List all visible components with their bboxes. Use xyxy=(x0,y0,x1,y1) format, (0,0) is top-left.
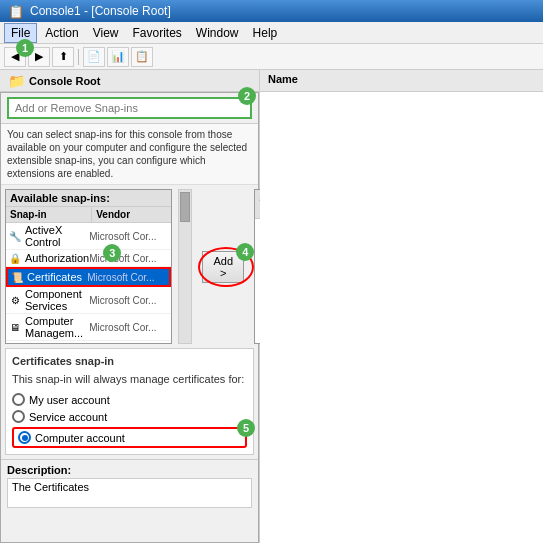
snapin-icon: 🔒 xyxy=(8,251,22,265)
badge-4: 4 xyxy=(236,243,254,261)
radio-label-user: My user account xyxy=(29,394,110,406)
snapin-vendor: Microsoft Cor... xyxy=(89,231,169,242)
list-item[interactable]: 🔌 Device Manager Microsoft Cor... xyxy=(6,341,171,343)
list-item[interactable]: 🔧 ActiveX Control Microsoft Cor... xyxy=(6,223,171,250)
app-icon: 📋 xyxy=(8,4,24,19)
view-button[interactable]: 📊 xyxy=(107,47,129,67)
badge-1: 1 xyxy=(16,39,34,57)
left-panel: 📁 Console Root 2 You can select snap-ins… xyxy=(0,70,260,543)
snapin-name: ActiveX Control xyxy=(25,224,89,248)
desc-text: The Certificates xyxy=(12,481,89,493)
menu-help[interactable]: Help xyxy=(247,24,284,42)
snapin-name: Certificates xyxy=(27,271,87,283)
toolbar-sep-1 xyxy=(78,49,79,65)
available-section: Available snap-ins: Snap-in Vendor 🔧 Act… xyxy=(5,189,172,344)
desc-section: Description: The Certificates xyxy=(1,459,258,512)
up-button[interactable]: ⬆ xyxy=(52,47,74,67)
list-item[interactable]: 🖥 Computer Managem... Microsoft Cor... xyxy=(6,314,171,341)
radio-user[interactable]: My user account xyxy=(12,393,247,406)
available-label: Available snap-ins: xyxy=(6,190,171,207)
snapin-description: You can select snap-ins for this console… xyxy=(7,129,247,179)
menu-bar: File Action View Favorites Window Help xyxy=(0,22,543,44)
radio-circle-user xyxy=(12,393,25,406)
badge-2: 2 xyxy=(238,87,256,105)
console-root-label: Console Root xyxy=(29,75,101,87)
col-vendor-header: Vendor xyxy=(91,207,171,222)
menu-action[interactable]: Action xyxy=(39,24,84,42)
add-button-label: Add > xyxy=(213,255,233,279)
radio-label-service: Service account xyxy=(29,411,107,423)
snapin-name: Authorization xyxy=(25,252,89,264)
toolbar: ◀ 1 ▶ ⬆ 📄 📊 📋 xyxy=(0,44,543,70)
folder-icon: 📁 xyxy=(8,73,25,89)
snapin-icon: 📜 xyxy=(10,270,24,284)
list-item[interactable]: 🔒 Authorization Microsoft Cor... 3 xyxy=(6,250,171,267)
radio-group: My user account Service account Computer… xyxy=(12,393,247,448)
export-button[interactable]: 📄 xyxy=(83,47,105,67)
snapin-vendor: Microsoft Cor... xyxy=(89,253,169,264)
main-area: 📁 Console Root 2 You can select snap-ins… xyxy=(0,70,543,543)
snapin-search-input[interactable] xyxy=(7,97,252,119)
right-panel: Name xyxy=(260,70,543,543)
menu-window[interactable]: Window xyxy=(190,24,245,42)
list-item[interactable]: 📜 Certificates Microsoft Cor... xyxy=(6,267,171,287)
desc-box: The Certificates xyxy=(7,478,252,508)
radio-circle-service xyxy=(12,410,25,423)
cert-description: This snap-in will always manage certific… xyxy=(12,373,247,385)
snapin-vendor: Microsoft Cor... xyxy=(87,272,167,283)
desc-label: Description: xyxy=(7,464,252,476)
snapin-name: Device Manager xyxy=(25,342,89,343)
left-panel-header: 📁 Console Root xyxy=(0,70,259,92)
list-scrollbar[interactable] xyxy=(178,189,192,344)
cert-snapin-section: Certificates snap-in This snap-in will a… xyxy=(5,348,254,455)
list-item[interactable]: ⚙ Component Services Microsoft Cor... xyxy=(6,287,171,314)
snapin-vendor: Microsoft Cor... xyxy=(89,295,169,306)
app-title: Console1 - [Console Root] xyxy=(30,4,171,18)
radio-label-computer: Computer account xyxy=(35,432,125,444)
snapin-icon: 🔧 xyxy=(8,229,22,243)
snapin-dialog: 2 You can select snap-ins for this conso… xyxy=(0,92,259,543)
snapin-icon: 🖥 xyxy=(8,320,22,334)
snapin-icon: ⚙ xyxy=(8,293,22,307)
cert-title: Certificates snap-in xyxy=(12,355,247,367)
snapin-name: Computer Managem... xyxy=(25,315,89,339)
right-panel-header: Name xyxy=(260,70,543,92)
properties-button[interactable]: 📋 xyxy=(131,47,153,67)
radio-service[interactable]: Service account xyxy=(12,410,247,423)
snapin-list: 🔧 ActiveX Control Microsoft Cor... 🔒 Aut… xyxy=(6,223,171,343)
radio-circle-computer xyxy=(18,431,31,444)
snapin-name: Component Services xyxy=(25,288,89,312)
title-bar: 📋 Console1 - [Console Root] xyxy=(0,0,543,22)
col-snapin-header: Snap-in xyxy=(6,207,91,222)
radio-computer[interactable]: Computer account 5 xyxy=(12,427,247,448)
snapin-vendor: Microsoft Cor... xyxy=(89,322,169,333)
menu-view[interactable]: View xyxy=(87,24,125,42)
badge-5: 5 xyxy=(237,419,255,437)
menu-favorites[interactable]: Favorites xyxy=(127,24,188,42)
